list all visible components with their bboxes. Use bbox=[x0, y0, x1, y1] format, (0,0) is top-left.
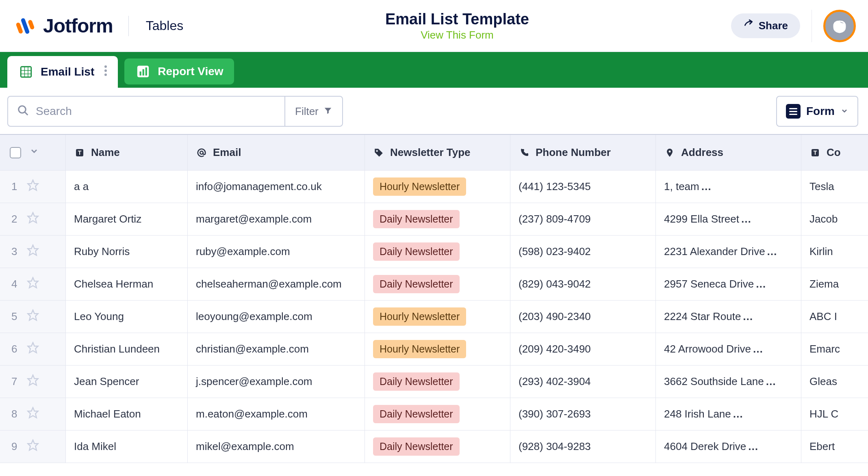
col-header-name[interactable]: T Name bbox=[66, 135, 188, 170]
cell-name[interactable]: Christian Lundeen bbox=[66, 333, 188, 365]
cell-email[interactable]: mikel@example.com bbox=[188, 431, 365, 463]
cell-name[interactable]: Jean Spencer bbox=[66, 366, 188, 398]
cell-newsletter[interactable]: Daily Newsletter bbox=[365, 268, 510, 300]
svg-marker-36 bbox=[28, 408, 38, 418]
cell-newsletter[interactable]: Daily Newsletter bbox=[365, 236, 510, 268]
cell-name[interactable]: a a bbox=[66, 171, 188, 203]
cell-name[interactable]: Margaret Ortiz bbox=[66, 203, 188, 235]
cell-company[interactable]: Ziema bbox=[801, 268, 868, 300]
cell-company[interactable]: HJL C bbox=[801, 398, 868, 430]
cell-email[interactable]: ruby@example.com bbox=[188, 236, 365, 268]
cell-email[interactable]: info@jomanagement.co.uk bbox=[188, 171, 365, 203]
table-row[interactable]: 2Margaret Ortizmargaret@example.comDaily… bbox=[0, 203, 868, 236]
cell-newsletter[interactable]: Hourly Newsletter bbox=[365, 171, 510, 203]
cell-email[interactable]: margaret@example.com bbox=[188, 203, 365, 235]
col-header-newsletter[interactable]: Newsletter Type bbox=[365, 135, 510, 170]
cell-company[interactable]: Ebert bbox=[801, 431, 868, 463]
star-icon[interactable] bbox=[27, 439, 39, 454]
tab-email-list[interactable]: Email List bbox=[7, 56, 118, 88]
cell-address[interactable]: 248 Irish Lane bbox=[656, 398, 801, 430]
cell-text: christian@example.com bbox=[196, 343, 309, 355]
cell-phone[interactable]: (441) 123-5345 bbox=[510, 171, 656, 203]
chevron-down-icon[interactable] bbox=[29, 146, 39, 159]
cell-email[interactable]: chelseaherman@example.com bbox=[188, 268, 365, 300]
col-header-company[interactable]: T Co bbox=[801, 135, 868, 170]
table-row[interactable]: 3Ruby Norrisruby@example.comDaily Newsle… bbox=[0, 236, 868, 268]
table-row[interactable]: 1a ainfo@jomanagement.co.ukHourly Newsle… bbox=[0, 171, 868, 203]
cell-address[interactable]: 2957 Seneca Drive bbox=[656, 268, 801, 300]
tab-report-view[interactable]: Report View bbox=[124, 58, 234, 84]
star-icon[interactable] bbox=[27, 374, 39, 389]
cell-name[interactable]: Michael Eaton bbox=[66, 398, 188, 430]
cell-company[interactable]: Tesla bbox=[801, 171, 868, 203]
star-icon[interactable] bbox=[27, 309, 39, 324]
star-icon[interactable] bbox=[27, 179, 39, 194]
col-header-email[interactable]: Email bbox=[188, 135, 365, 170]
form-dropdown-button[interactable]: Form bbox=[776, 96, 858, 127]
cell-email[interactable]: j.spencer@example.com bbox=[188, 366, 365, 398]
star-icon[interactable] bbox=[27, 244, 39, 259]
table-row[interactable]: 9Ida Mikelmikel@example.comDaily Newslet… bbox=[0, 431, 868, 463]
table-row[interactable]: 4Chelsea Hermanchelseaherman@example.com… bbox=[0, 268, 868, 301]
cell-phone[interactable]: (209) 420-3490 bbox=[510, 333, 656, 365]
cell-newsletter[interactable]: Hourly Newsletter bbox=[365, 301, 510, 333]
cell-name[interactable]: Ruby Norris bbox=[66, 236, 188, 268]
cell-address[interactable]: 2224 Star Route bbox=[656, 301, 801, 333]
table-row[interactable]: 6Christian Lundeenchristian@example.comH… bbox=[0, 333, 868, 366]
user-avatar[interactable] bbox=[823, 10, 856, 42]
brand-logo[interactable]: Jotform Tables bbox=[15, 15, 183, 37]
cell-phone[interactable]: (928) 304-9283 bbox=[510, 431, 656, 463]
col-header-address[interactable]: Address bbox=[656, 135, 801, 170]
cell-text: Ruby Norris bbox=[74, 245, 130, 258]
newsletter-tag: Hourly Newsletter bbox=[373, 177, 466, 196]
cell-company[interactable]: Kirlin bbox=[801, 236, 868, 268]
cell-newsletter[interactable]: Hourly Newsletter bbox=[365, 333, 510, 365]
cell-newsletter[interactable]: Daily Newsletter bbox=[365, 366, 510, 398]
cell-text: (598) 023-9402 bbox=[519, 245, 591, 258]
cell-text: 3662 Southside Lane bbox=[664, 375, 776, 388]
cell-phone[interactable]: (237) 809-4709 bbox=[510, 203, 656, 235]
filter-button[interactable]: Filter bbox=[284, 97, 342, 126]
star-icon[interactable] bbox=[27, 407, 39, 422]
cell-email[interactable]: m.eaton@example.com bbox=[188, 398, 365, 430]
search-input[interactable] bbox=[36, 105, 276, 118]
cell-company[interactable]: Gleas bbox=[801, 366, 868, 398]
cell-address[interactable]: 4299 Ella Street bbox=[656, 203, 801, 235]
tab-menu-icon[interactable] bbox=[104, 65, 107, 80]
table-row[interactable]: 7Jean Spencerj.spencer@example.comDaily … bbox=[0, 366, 868, 398]
row-number: 3 bbox=[11, 245, 17, 258]
cell-company[interactable]: ABC I bbox=[801, 301, 868, 333]
cell-company[interactable]: Emarc bbox=[801, 333, 868, 365]
view-form-link[interactable]: View This Form bbox=[421, 29, 494, 41]
cell-address[interactable]: 42 Arrowood Drive bbox=[656, 333, 801, 365]
share-button[interactable]: Share bbox=[731, 13, 800, 38]
search-box[interactable] bbox=[8, 97, 284, 126]
cell-phone[interactable]: (390) 307-2693 bbox=[510, 398, 656, 430]
star-icon[interactable] bbox=[27, 342, 39, 357]
cell-newsletter[interactable]: Daily Newsletter bbox=[365, 203, 510, 235]
cell-email[interactable]: leoyoung@example.com bbox=[188, 301, 365, 333]
cell-phone[interactable]: (293) 402-3904 bbox=[510, 366, 656, 398]
star-icon[interactable] bbox=[27, 277, 39, 292]
form-button-label: Form bbox=[806, 105, 835, 118]
cell-email[interactable]: christian@example.com bbox=[188, 333, 365, 365]
table-row[interactable]: 8Michael Eatonm.eaton@example.comDaily N… bbox=[0, 398, 868, 431]
table-row[interactable]: 5Leo Youngleoyoung@example.comHourly New… bbox=[0, 301, 868, 333]
cell-address[interactable]: 1, team bbox=[656, 171, 801, 203]
cell-name[interactable]: Ida Mikel bbox=[66, 431, 188, 463]
star-icon[interactable] bbox=[27, 212, 39, 227]
cell-phone[interactable]: (598) 023-9402 bbox=[510, 236, 656, 268]
cell-newsletter[interactable]: Daily Newsletter bbox=[365, 431, 510, 463]
cell-name[interactable]: Leo Young bbox=[66, 301, 188, 333]
cell-address[interactable]: 2231 Alexander Drive bbox=[656, 236, 801, 268]
cell-name[interactable]: Chelsea Herman bbox=[66, 268, 188, 300]
cell-phone[interactable]: (829) 043-9042 bbox=[510, 268, 656, 300]
cell-address[interactable]: 4604 Derek Drive bbox=[656, 431, 801, 463]
select-all-checkbox[interactable] bbox=[10, 147, 21, 158]
cell-phone[interactable]: (203) 490-2340 bbox=[510, 301, 656, 333]
cell-newsletter[interactable]: Daily Newsletter bbox=[365, 398, 510, 430]
col-header-label: Newsletter Type bbox=[390, 146, 470, 159]
cell-address[interactable]: 3662 Southside Lane bbox=[656, 366, 801, 398]
cell-company[interactable]: Jacob bbox=[801, 203, 868, 235]
col-header-phone[interactable]: Phone Number bbox=[510, 135, 656, 170]
